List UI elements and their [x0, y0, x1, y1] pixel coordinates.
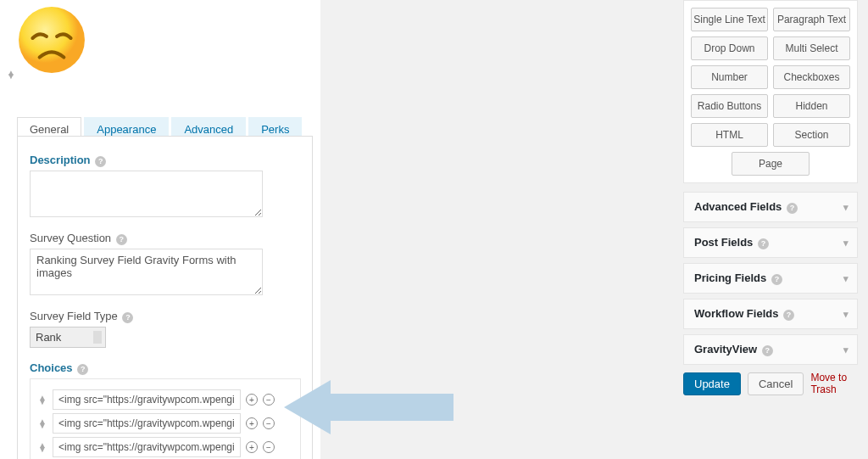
svg-point-2: [19, 7, 85, 73]
svg-marker-3: [284, 380, 453, 434]
section-advanced-fields[interactable]: Advanced Fields ? ▾: [683, 192, 858, 222]
field-single-line-text[interactable]: Single Line Text: [691, 8, 768, 31]
choice-input[interactable]: [53, 413, 241, 434]
choice-row: ▲▼ + −: [37, 389, 293, 410]
field-drop-down[interactable]: Drop Down: [691, 36, 768, 60]
choice-input[interactable]: [53, 437, 241, 457]
help-icon[interactable]: ?: [783, 310, 794, 321]
field-checkboxes[interactable]: Checkboxes: [773, 65, 850, 89]
add-choice-button[interactable]: +: [246, 417, 258, 429]
page: ▲▼ ▲▼ General Appea: [0, 0, 868, 459]
description-label: Description ?: [30, 154, 300, 167]
drag-handle-icon[interactable]: ▲▼: [37, 443, 47, 451]
field-sections: Advanced Fields ? ▾ Post Fields ? ▾ Pric…: [683, 192, 858, 365]
section-workflow-fields[interactable]: Workflow Fields ? ▾: [683, 299, 858, 329]
choice-row: ▲▼ + −: [37, 437, 293, 457]
section-pricing-fields[interactable]: Pricing Fields ? ▾: [683, 263, 858, 294]
field-page[interactable]: Page: [732, 152, 810, 176]
remove-choice-button[interactable]: −: [263, 441, 275, 453]
drag-handle-icon[interactable]: ▲▼: [37, 419, 47, 428]
field-number[interactable]: Number: [691, 65, 768, 89]
general-settings-panel: Description ? Survey Question ? Ranking …: [17, 136, 313, 459]
update-button[interactable]: Update: [683, 372, 741, 395]
choice-row: ▲▼ + −: [37, 413, 293, 434]
survey-field-type-label: Survey Field Type ?: [30, 310, 300, 323]
help-icon[interactable]: ?: [787, 203, 798, 214]
survey-field-type-select[interactable]: Rank: [30, 327, 106, 348]
choices-label: Choices ?: [30, 361, 300, 375]
chevron-down-icon: ▾: [843, 238, 849, 249]
survey-question-input[interactable]: Ranking Survey Field Gravity Forms with …: [30, 249, 263, 295]
field-preview: ▲▼ ▲▼: [17, 0, 86, 75]
remove-choice-button[interactable]: −: [263, 417, 275, 429]
add-choice-button[interactable]: +: [246, 441, 258, 453]
field-hidden[interactable]: Hidden: [773, 94, 850, 118]
form-actions: Update Cancel Move to Trash: [683, 372, 858, 395]
sad-emoji-icon: [17, 5, 86, 75]
help-icon[interactable]: ?: [95, 156, 106, 167]
help-icon[interactable]: ?: [771, 274, 782, 285]
editor-column: ▲▼ ▲▼ General Appea: [0, 0, 320, 459]
choices-container: ▲▼ + − ▲▼ + − ▲▼ + −: [30, 378, 301, 459]
help-icon[interactable]: ?: [122, 312, 133, 323]
help-icon[interactable]: ?: [77, 364, 88, 375]
help-icon[interactable]: ?: [762, 345, 773, 356]
field-multi-select[interactable]: Multi Select: [773, 36, 850, 60]
chevron-down-icon: ▾: [843, 202, 849, 213]
add-choice-button[interactable]: +: [246, 394, 258, 406]
choice-input[interactable]: [53, 389, 241, 410]
chevron-down-icon: ▾: [843, 273, 849, 284]
field-section[interactable]: Section: [773, 123, 850, 147]
drag-handle-icon[interactable]: ▲▼: [37, 395, 47, 404]
chevron-down-icon: ▾: [843, 344, 849, 355]
annotation-arrow-icon: [284, 373, 453, 441]
remove-choice-button[interactable]: −: [263, 394, 275, 406]
description-input[interactable]: [30, 171, 263, 217]
survey-question-label: Survey Question ?: [30, 232, 300, 245]
section-gravityview[interactable]: GravityView ? ▾: [683, 334, 858, 365]
field-radio-buttons[interactable]: Radio Buttons: [691, 94, 768, 118]
field-html[interactable]: HTML: [691, 123, 768, 147]
chevron-down-icon: ▾: [843, 309, 849, 320]
drag-handle-icon[interactable]: ▲▼: [7, 71, 15, 78]
standard-fields-panel: Single Line Text Paragraph Text Drop Dow…: [683, 0, 858, 183]
help-icon[interactable]: ?: [116, 234, 127, 245]
section-post-fields[interactable]: Post Fields ? ▾: [683, 227, 858, 258]
move-to-trash-link[interactable]: Move to Trash: [810, 372, 858, 395]
help-icon[interactable]: ?: [758, 238, 769, 249]
cancel-button[interactable]: Cancel: [748, 372, 804, 395]
sidebar: Single Line Text Paragraph Text Drop Dow…: [683, 0, 858, 395]
field-paragraph-text[interactable]: Paragraph Text: [773, 8, 850, 31]
